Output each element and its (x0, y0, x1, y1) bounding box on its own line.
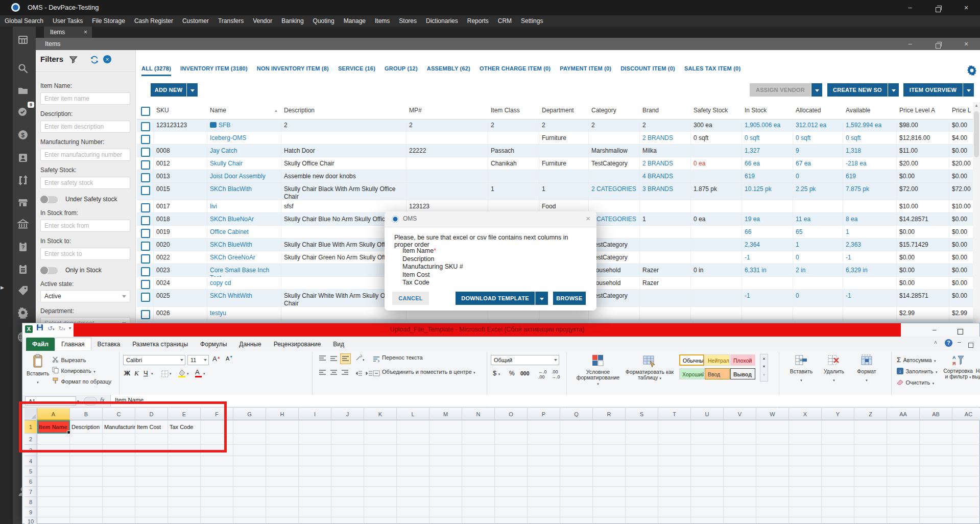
row-checkbox[interactable] (141, 173, 150, 182)
cancel-button[interactable]: CANCEL (392, 292, 429, 305)
select-all-checkbox[interactable] (141, 107, 150, 116)
shrink-font-icon[interactable]: A▼ (226, 355, 233, 362)
browse-button[interactable]: BROWSE (553, 292, 586, 305)
category-tab-other-charge-item-0-[interactable]: OTHER CHARGE ITEM (0) (480, 65, 551, 72)
ribbon-collapse-icon[interactable]: ˄ (934, 340, 937, 345)
sort-filter-button[interactable]: АЯ Сортировка и фильтр ▾ (942, 354, 974, 380)
format-as-table-button[interactable]: Форматировать как таблицу ▾ (625, 354, 674, 381)
underline-dropdown-icon[interactable]: ▾ (151, 372, 153, 376)
row-checkbox[interactable] (141, 186, 150, 195)
sheet-row-header-9[interactable]: 9 (25, 507, 37, 517)
excel-tab-файл[interactable]: Файл (26, 338, 55, 351)
items-restore-icon[interactable] (936, 41, 941, 51)
sheet-column-header-G[interactable]: G (233, 408, 266, 420)
cell-name[interactable]: Joist Door Assembly (210, 170, 279, 183)
row-checkbox[interactable] (141, 310, 150, 319)
underline-button[interactable]: Ч (144, 369, 148, 377)
sheet-column-header-H[interactable]: H (266, 408, 299, 420)
sheet-row-8[interactable] (37, 497, 980, 507)
filter-funnel-icon[interactable] (69, 56, 78, 65)
sheet-column-header-AC[interactable]: AC (952, 408, 980, 420)
increase-indent-icon[interactable] (366, 369, 373, 378)
sidebar-item-tasks-icon[interactable]: 9 (17, 105, 31, 120)
cell-name[interactable]: livi (210, 200, 279, 213)
filter-input-safety-stock-[interactable] (40, 177, 130, 189)
sheet-column-header-J[interactable]: J (331, 408, 364, 420)
excel-help-icon[interactable]: ? (945, 339, 952, 347)
align-top-icon[interactable] (319, 355, 326, 364)
align-middle-icon[interactable] (330, 355, 338, 364)
column-header-in-stock[interactable]: In Stock (745, 102, 791, 119)
sidebar-item-money-icon[interactable]: $ (17, 129, 31, 143)
column-header-available[interactable]: Available (846, 102, 894, 119)
cell-name[interactable]: Core Small Base Inch Test (210, 264, 279, 277)
cell-name[interactable]: copy cd (210, 277, 279, 290)
sheet-column-header-V[interactable]: V (724, 408, 756, 420)
download-template-dropdown-button[interactable] (535, 292, 548, 305)
restore-icon[interactable] (936, 5, 941, 14)
scroll-thumb[interactable] (974, 111, 979, 157)
row-checkbox[interactable] (141, 229, 150, 238)
filter-input-description-[interactable] (40, 121, 130, 133)
category-tab-group-12-[interactable]: GROUP (12) (385, 65, 418, 72)
add-new-button[interactable]: ADD NEW (151, 83, 186, 97)
filters-refresh-icon[interactable] (90, 55, 99, 66)
menu-item-dictionaries[interactable]: Dictionaries (421, 15, 463, 27)
sheet-column-header-U[interactable]: U (691, 408, 724, 420)
table-row[interactable]: 0013Joist Door AssemblyAssemble new door… (137, 170, 973, 183)
only-in-stock-toggle[interactable] (40, 267, 58, 274)
orientation-icon[interactable]: ▾ (355, 354, 365, 363)
sheet-row-header-6[interactable]: 6 (25, 477, 37, 487)
fill-color-icon[interactable] (178, 369, 186, 379)
undo-icon[interactable]: ↺▾ (47, 325, 55, 332)
column-header-price-level-a[interactable]: Price Level A (899, 102, 947, 119)
menu-item-quoting[interactable]: Quoting (308, 15, 339, 27)
list-settings-gear-icon[interactable] (967, 65, 977, 78)
sheet-column-header-N[interactable]: N (462, 408, 495, 420)
item-overview-button[interactable]: ITEM OVERVIEW (903, 83, 963, 97)
cell-name[interactable]: Skully Chair (210, 157, 279, 170)
bold-button[interactable]: Ж (124, 369, 130, 377)
sheet-column-header-W[interactable]: W (756, 408, 789, 420)
menu-item-manage[interactable]: Manage (339, 15, 370, 27)
align-center-icon[interactable] (330, 369, 338, 378)
menu-item-banking[interactable]: Banking (277, 15, 308, 27)
insert-cells-button[interactable]: Вставить▾ (785, 354, 817, 384)
sheet-column-header-K[interactable]: K (364, 408, 397, 420)
merge-center-icon[interactable] (373, 369, 380, 378)
scroll-up-icon[interactable]: ▲ (973, 102, 980, 109)
cell-style-3[interactable]: Плохой (730, 354, 755, 366)
excel-minimize-icon[interactable]: – (933, 326, 936, 334)
cut-button[interactable]: Вырезать (52, 355, 86, 365)
column-header-brand[interactable]: Brand (642, 102, 688, 119)
sheet-row-7[interactable] (37, 487, 980, 497)
cell-name[interactable]: SKCh BlueNoAr (210, 213, 279, 226)
create-new-so-dropdown-button[interactable] (888, 83, 899, 97)
excel-tab-разметка-страницы[interactable]: Разметка страницы (126, 338, 194, 351)
table-row[interactable]: 0015SKCh BlacWithSkully Chair Black With… (137, 183, 973, 200)
category-tab-inventory-item-3180-[interactable]: INVENTORY ITEM (3180) (180, 65, 248, 72)
decrease-decimal-icon[interactable]: .00→.0 (552, 369, 560, 379)
find-select-button[interactable]: Найти и выделить ▾ (970, 354, 980, 380)
category-tab-discount-item-0-[interactable]: DISCOUNT ITEM (0) (620, 65, 675, 72)
increase-decimal-icon[interactable]: ←.0.00 (538, 369, 547, 379)
sheet-row-6[interactable] (37, 477, 980, 487)
cell-style-5[interactable]: Ввод (705, 368, 730, 379)
currency-format-button[interactable]: $ ▾ (493, 369, 500, 377)
sheet-column-header-Q[interactable]: Q (560, 408, 593, 420)
column-header-sku[interactable]: SKU (156, 102, 205, 119)
sheet-column-header-AA[interactable]: AA (887, 408, 920, 420)
cell-style-4[interactable]: Хороший (679, 368, 704, 379)
sidebar-item-clipboard-question-icon[interactable]: ? (17, 241, 31, 255)
category-tab-payment-item-0-[interactable]: PAYMENT ITEM (0) (560, 65, 611, 72)
sidebar-item-sync-icon[interactable] (17, 174, 31, 188)
delete-cells-button[interactable]: Удалить▾ (818, 354, 850, 384)
excel-tab-вставка[interactable]: Вставка (91, 338, 127, 351)
font-color-dropdown-icon[interactable]: ▾ (203, 372, 205, 376)
cell-name[interactable]: SKCh BlacWith (210, 183, 279, 200)
column-header-mp#[interactable]: MP# (409, 102, 486, 119)
align-bottom-icon[interactable] (340, 353, 351, 364)
percent-format-button[interactable]: % (509, 370, 515, 377)
excel-maximize-icon[interactable] (958, 327, 963, 337)
tab-items[interactable]: Items × (44, 27, 92, 38)
